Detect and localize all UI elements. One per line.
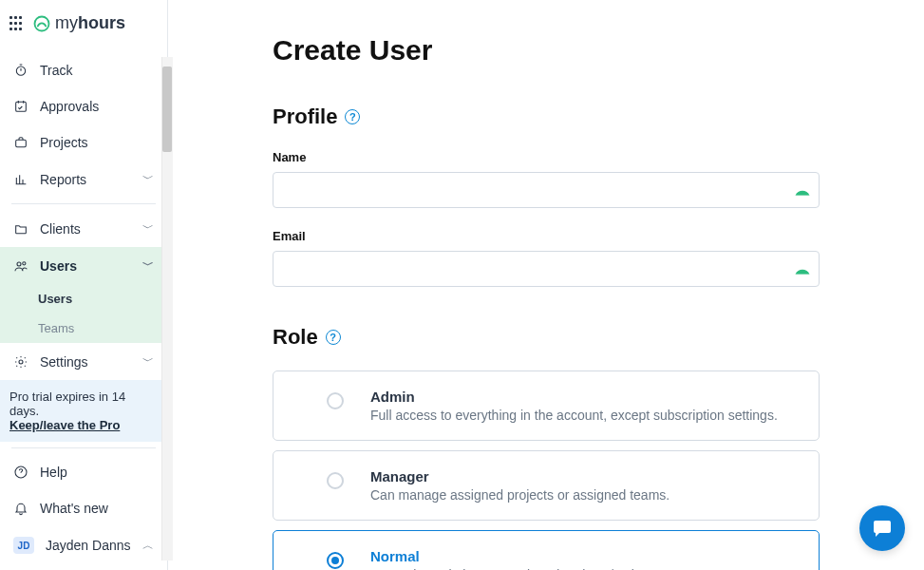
- users-icon: [13, 258, 28, 274]
- chevron-down-icon: ﹀: [142, 220, 154, 237]
- sidebar-item-label: Projects: [40, 135, 154, 150]
- page-title: Create User: [273, 34, 820, 66]
- calendar-check-icon: [13, 99, 28, 114]
- role-section-heading: Role ?: [273, 325, 820, 350]
- email-input[interactable]: [273, 251, 820, 287]
- intercom-chat-button[interactable]: [859, 505, 905, 551]
- sidebar-item-approvals[interactable]: Approvals: [0, 88, 167, 124]
- role-description: Full access to everything in the account…: [370, 408, 800, 423]
- svg-point-6: [19, 360, 23, 364]
- primary-nav: Track Approvals Projects Reports ﹀ Clien…: [0, 47, 167, 570]
- bell-icon: [13, 501, 28, 516]
- chevron-down-icon: ﹀: [142, 257, 154, 274]
- svg-point-5: [23, 261, 26, 264]
- chevron-up-icon: ︿: [142, 538, 154, 554]
- sidebar-item-settings[interactable]: Settings ﹀: [0, 343, 167, 380]
- sidebar-item-user[interactable]: JD Jayden Danns ︿: [0, 526, 167, 564]
- role-radio[interactable]: [327, 552, 344, 569]
- trial-text: Pro trial expires in 14 days.: [9, 390, 158, 418]
- brand-header: myhours: [0, 0, 167, 47]
- sidebar-item-label: Jayden Danns: [46, 538, 131, 553]
- chevron-down-icon: ﹀: [142, 353, 154, 370]
- extension-badge-icon[interactable]: [793, 259, 812, 278]
- bar-chart-icon: [13, 172, 28, 187]
- section-title-text: Profile: [273, 104, 337, 129]
- sidebar-subitem-users[interactable]: Users: [0, 284, 167, 314]
- sidebar-item-users[interactable]: Users ﹀: [0, 247, 167, 284]
- extension-badge-icon[interactable]: [793, 180, 812, 200]
- name-label: Name: [273, 150, 820, 164]
- sidebar-subitem-label: Users: [38, 292, 72, 306]
- role-name: Admin: [370, 389, 800, 405]
- section-title-text: Role: [273, 325, 318, 350]
- sidebar-subitem-teams[interactable]: Teams: [0, 314, 167, 343]
- trial-notice: Pro trial expires in 14 days. Keep/leave…: [0, 380, 167, 442]
- role-radio[interactable]: [327, 392, 344, 409]
- folder-icon: [13, 221, 28, 237]
- sidebar-users-block: Users ﹀ Users Teams: [0, 247, 167, 343]
- sidebar-item-projects[interactable]: Projects: [0, 124, 167, 161]
- help-circle-icon: [13, 465, 28, 480]
- logo-text-light: my: [55, 13, 78, 32]
- nav-divider: [11, 203, 156, 204]
- chat-icon: [871, 517, 894, 540]
- sidebar-item-label: Clients: [40, 221, 131, 237]
- sidebar-scrollbar-thumb[interactable]: [162, 66, 172, 152]
- svg-rect-3: [16, 140, 27, 146]
- sidebar-item-label: Approvals: [40, 99, 154, 114]
- name-field: Name: [273, 150, 820, 208]
- help-icon[interactable]: ?: [326, 330, 341, 345]
- email-label: Email: [273, 229, 820, 243]
- role-option-manager[interactable]: Manager Can manage assigned projects or …: [273, 450, 820, 521]
- name-input[interactable]: [273, 172, 820, 208]
- help-icon[interactable]: ?: [345, 109, 360, 124]
- sidebar-item-label: Track: [40, 63, 154, 78]
- gear-icon: [13, 354, 28, 370]
- stopwatch-icon: [13, 63, 28, 78]
- role-description: Can manage assigned projects or assigned…: [370, 487, 800, 503]
- logo[interactable]: myhours: [32, 13, 125, 33]
- sidebar-item-help[interactable]: Help: [0, 454, 167, 490]
- role-option-admin[interactable]: Admin Full access to everything in the a…: [273, 370, 820, 441]
- svg-point-4: [17, 262, 21, 266]
- user-initials-badge: JD: [13, 537, 34, 554]
- svg-rect-2: [16, 102, 27, 111]
- briefcase-icon: [13, 135, 28, 150]
- role-name: Manager: [370, 468, 800, 484]
- role-list: Admin Full access to everything in the a…: [273, 370, 820, 570]
- apps-grid-icon[interactable]: [9, 16, 25, 31]
- sidebar-item-label: Reports: [40, 172, 131, 187]
- sidebar-subitem-label: Teams: [38, 321, 74, 335]
- sidebar-item-whatsnew[interactable]: What's new: [0, 490, 167, 526]
- nav-divider: [11, 447, 156, 448]
- role-name: Normal: [370, 548, 800, 564]
- email-field: Email: [273, 229, 820, 287]
- sidebar-item-track[interactable]: Track: [0, 52, 167, 88]
- logo-icon: [32, 14, 51, 33]
- role-radio[interactable]: [327, 472, 344, 489]
- logo-text-bold: hours: [78, 13, 125, 32]
- chevron-down-icon: ﹀: [142, 171, 154, 187]
- profile-section-heading: Profile ?: [273, 104, 820, 129]
- sidebar-item-label: What's new: [40, 501, 154, 516]
- sidebar-item-clients[interactable]: Clients ﹀: [0, 210, 167, 247]
- role-option-normal[interactable]: Normal Can only track time on assigned p…: [273, 530, 820, 570]
- svg-point-1: [16, 66, 25, 75]
- main-content: Create User Profile ? Name Email Role ?: [168, 0, 924, 570]
- trial-link[interactable]: Keep/leave the Pro: [9, 418, 158, 432]
- sidebar-item-reports[interactable]: Reports ﹀: [0, 161, 167, 198]
- sidebar-item-label: Help: [40, 465, 154, 480]
- sidebar: myhours Track Approvals Projects Reports…: [0, 0, 168, 570]
- sidebar-item-label: Settings: [40, 354, 131, 370]
- sidebar-item-label: Users: [40, 258, 131, 274]
